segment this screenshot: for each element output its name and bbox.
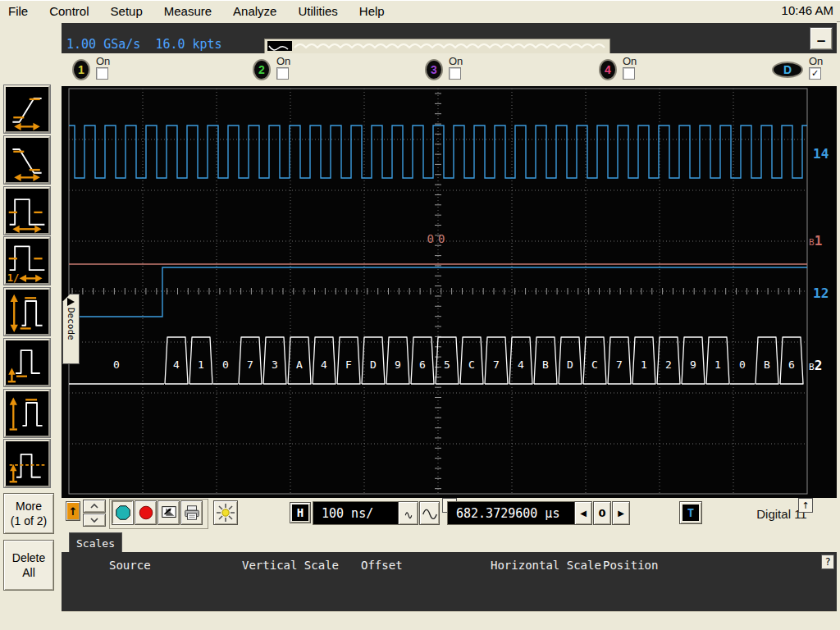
svg-text:B: B [764, 358, 770, 371]
channel-4-on-label: On [623, 55, 637, 67]
t-glyph: T [682, 504, 699, 521]
column-header-horizontal-scale: Horizontal Scale [491, 559, 601, 572]
scroll-down-button[interactable] [83, 514, 106, 527]
channel-3-button[interactable]: 3 [425, 59, 443, 80]
label-digital-14: 14 [813, 146, 829, 162]
trigger-source-label: Digital 11 [733, 507, 831, 521]
menu-item-help[interactable]: Help [359, 4, 385, 18]
trigger-arrow-button[interactable]: ↑ [798, 498, 813, 513]
measure-rise-time-button[interactable] [4, 85, 50, 133]
column-header-offset: Offset [361, 559, 403, 572]
decode-marker-label: Decode [66, 308, 76, 340]
waveform-plot: 00041073A4FD965C74BDC712910B614B112B2 [62, 86, 837, 498]
menu-item-measure[interactable]: Measure [164, 4, 212, 18]
svg-text:6: 6 [788, 358, 795, 371]
svg-text:3: 3 [272, 358, 278, 371]
decode-marker[interactable]: Decode [62, 294, 80, 364]
measure-v-average-button[interactable] [4, 440, 50, 487]
column-header-source: Source [109, 559, 151, 572]
trigger-setup-button[interactable]: T [679, 501, 702, 524]
delete-all-label2: All [22, 566, 35, 579]
svg-text:A: A [296, 358, 303, 371]
more-button[interactable]: More (1 of 2) [3, 493, 54, 534]
tab-scales[interactable]: Scales [69, 532, 122, 553]
v-min-icon [6, 340, 48, 385]
timebase-display[interactable]: 100 ns/ [313, 501, 404, 525]
svg-text:F: F [345, 358, 352, 371]
bus-b1-value: 00 [427, 232, 450, 245]
channel-3-on-checkbox[interactable] [449, 67, 461, 80]
horizontal-setup-button[interactable]: H [290, 502, 311, 523]
channel-1-on-label: On [96, 55, 110, 67]
svg-text:C: C [591, 358, 598, 371]
amplitude-icon [6, 290, 48, 334]
minimize-button[interactable]: − [810, 27, 833, 50]
measure-period-button[interactable] [4, 187, 50, 235]
delay-display[interactable]: 682.3729600 µs [447, 501, 578, 525]
period-icon [6, 189, 48, 233]
run-button[interactable] [112, 500, 134, 525]
svg-text:5: 5 [444, 358, 450, 371]
menu-item-control[interactable]: Control [49, 4, 89, 18]
waveform-preview-slider[interactable] [264, 39, 610, 54]
delay-zero-button[interactable]: 0 [593, 501, 611, 525]
brightness-button[interactable] [213, 500, 238, 525]
measure-toolbar: 1/ More (1 of 2) Delete All [0, 21, 62, 630]
column-header-vertical-scale: Vertical Scale [242, 559, 339, 572]
svg-text:0: 0 [739, 358, 746, 371]
delay-left-button[interactable]: ◀ [574, 501, 592, 525]
menu-item-file[interactable]: File [8, 4, 28, 18]
marker-arrow-icon [67, 298, 75, 306]
delay-right-button[interactable]: ▶ [612, 501, 630, 525]
channel-d-button[interactable]: D [772, 62, 803, 78]
scope-panel: 1.00 GSa/s 16.0 kpts − 1On2On3On4OnDOn✓ … [62, 21, 837, 630]
zoom-in-wave-button[interactable] [419, 501, 440, 525]
svg-text:7: 7 [616, 358, 623, 371]
measure-amplitude-button[interactable] [4, 288, 50, 336]
waveform-display: 00041073A4FD965C74BDC712910B614B112B2 De… [62, 86, 837, 498]
screen-copy-button[interactable] [158, 500, 180, 525]
bottom-strip [62, 611, 837, 630]
svg-text:1: 1 [714, 358, 721, 371]
label-digital-12: 12 [813, 285, 829, 301]
measure-v-min-button[interactable] [4, 339, 50, 386]
oscilloscope-screen: { "window": { "clock": "10:46 AM", "mini… [0, 0, 840, 630]
channel-4-on-checkbox[interactable] [623, 67, 635, 80]
measure-fall-time-button[interactable] [4, 136, 50, 184]
svg-text:1/: 1/ [7, 272, 20, 283]
more-button-label: More [16, 500, 42, 513]
more-button-page: (1 of 2) [11, 514, 47, 527]
svg-text:9: 9 [690, 358, 696, 371]
channel-d-on-label: On [809, 55, 823, 67]
zoom-out-wave-button[interactable] [398, 501, 418, 525]
delete-all-button[interactable]: Delete All [3, 540, 54, 591]
menu-bar: FileControlSetupMeasureAnalyzeUtilitiesH… [0, 0, 840, 22]
menu-item-analyze[interactable]: Analyze [233, 4, 276, 18]
channel-1-on-checkbox[interactable] [96, 67, 108, 80]
label-bus-b2: B2 [809, 358, 822, 373]
preview-wave-icon [267, 41, 292, 51]
print-button[interactable] [180, 500, 203, 525]
bus-b2-values: 041073A4FD965C74BDC712910B6 [113, 358, 795, 371]
channel-1-button[interactable]: 1 [72, 59, 90, 80]
channel-2-button[interactable]: 2 [253, 59, 271, 80]
scroll-up-button[interactable] [83, 500, 106, 513]
help-button[interactable]: ? [821, 555, 834, 569]
menu-item-setup[interactable]: Setup [111, 4, 143, 18]
sample-rate: 1.00 GSa/s [66, 37, 140, 52]
svg-text:D: D [370, 358, 377, 371]
touch-toggle-button[interactable]: ↑ [66, 501, 80, 521]
results-tab-row: Scales [62, 531, 837, 552]
frequency-icon: 1/ [6, 239, 48, 283]
measure-frequency-button[interactable]: 1/ [4, 237, 50, 285]
channel-2-on-checkbox[interactable] [276, 67, 289, 80]
channel-2-on-label: On [276, 55, 290, 67]
menu-item-utilities[interactable]: Utilities [298, 4, 337, 18]
acquisition-status: 1.00 GSa/s 16.0 kpts [66, 37, 222, 52]
rise-time-icon [6, 87, 48, 131]
measure-v-max-button[interactable] [4, 390, 50, 437]
channel-4-button[interactable]: 4 [599, 59, 617, 80]
channel-d-on-checkbox[interactable]: ✓ [809, 67, 821, 80]
stop-button[interactable] [135, 500, 157, 525]
fall-time-icon [6, 138, 48, 182]
